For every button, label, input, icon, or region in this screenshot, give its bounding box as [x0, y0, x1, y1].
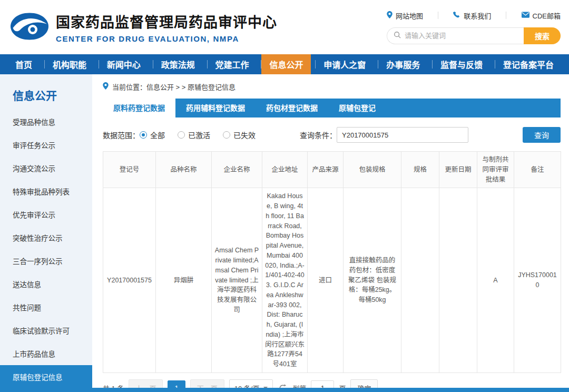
tab-raw-excipient-registration[interactable]: 原辅包登记 [328, 99, 386, 117]
nav-item-policy[interactable]: 政策法规 [153, 54, 203, 74]
goto-label: 到第 [292, 383, 306, 388]
goto-unit: 页 [339, 383, 346, 388]
cell-company-address: Kakad House, B wing, 4th floor, 11 Barra… [262, 188, 308, 373]
query-button[interactable]: 查询 [523, 127, 561, 143]
query-label: 查询条件： [300, 130, 337, 140]
table-header-row: 登记号 品种名称 企业名称 企业地址 产品来源 包装规格 规格 更新日期 与制剂… [103, 152, 561, 188]
sidebar-item-special-approval[interactable]: 特殊审批品种列表 [0, 180, 92, 203]
radio-activated-label: 已激活 [188, 130, 210, 140]
goto-page-input[interactable] [311, 380, 334, 388]
phone-icon [453, 11, 460, 20]
registration-table: 登记号 品种名称 企业名称 企业地址 产品来源 包装规格 规格 更新日期 与制剂… [103, 151, 561, 373]
nav-item-home[interactable]: 首页 [7, 54, 40, 74]
sidebar-title: 信息公开 [0, 87, 92, 110]
footer-strip [0, 388, 569, 392]
col-header-company-name: 企业名称 [212, 152, 262, 188]
sidebar-item-accepted-varieties[interactable]: 受理品种信息 [0, 110, 92, 133]
contact-link-label: 联系我们 [464, 11, 491, 21]
site-title: 国家药品监督管理局药品审评中心 [56, 11, 277, 32]
sidebar-item-marketed-drugs[interactable]: 上市药品信息 [0, 342, 92, 365]
sidebar-item-common-issues[interactable]: 共性问题 [0, 296, 92, 319]
sidebar-item-review-tasks[interactable]: 审评任务公示 [0, 133, 92, 156]
col-header-company-address: 企业地址 [262, 152, 308, 188]
query-condition-input[interactable] [337, 127, 468, 143]
sidebar-item-priority-review[interactable]: 优先审评公示 [0, 203, 92, 226]
search-button[interactable]: 搜索 [524, 27, 561, 44]
nav-item-info-disclosure[interactable]: 信息公开 [261, 54, 311, 74]
site-subtitle: CENTER FOR DRUG EVALUATION, NMPA [56, 34, 277, 43]
col-header-product-name: 品种名称 [156, 152, 212, 188]
radio-all[interactable]: 全部 [140, 130, 165, 140]
location-pin-icon [387, 11, 393, 20]
sidebar-item-delivery-info[interactable]: 送达信息 [0, 272, 92, 296]
divider [506, 12, 506, 19]
search-input[interactable] [405, 32, 517, 40]
cell-product-origin: 进口 [308, 188, 344, 373]
page-size-value: 10 条/页 [234, 383, 260, 388]
nav-item-registration-platform[interactable]: 登记备案平台 [495, 54, 562, 74]
search-icon [394, 31, 401, 41]
cell-registration-number: Y20170001575 [103, 188, 156, 373]
breadcrumb-text: 当前位置：信息公开 > > 原辅包登记信息 [112, 82, 236, 92]
table-row: Y20170001575 异烟肼 Amsal Chem Private limi… [103, 188, 561, 373]
confirm-button[interactable]: 确定 [350, 379, 378, 388]
cell-joint-review-result: A [477, 188, 514, 373]
prev-page-button[interactable]: 上一页 [129, 379, 163, 388]
col-header-spec: 规格 [401, 152, 439, 188]
scope-label: 数据范围： [103, 130, 140, 140]
radio-activated-circle [178, 131, 185, 139]
sidebar-item-communication[interactable]: 沟通交流公示 [0, 156, 92, 180]
sidebar-item-three-in-one[interactable]: 三合一序列公示 [0, 249, 92, 272]
main-nav: 首页 机构职能 新闻中心 政策法规 党建工作 信息公开 申请人之窗 办事服务 监… [0, 54, 569, 74]
search-box[interactable] [387, 27, 524, 44]
page-size-select[interactable]: 10 条/页 [229, 379, 273, 388]
total-count: 共 1 条 [103, 383, 124, 388]
main-content: 当前位置：信息公开 > > 原辅包登记信息 原料药登记数据 药用辅料登记数据 药… [92, 74, 569, 388]
site-search: 搜索 [387, 27, 561, 44]
cell-product-name: 异烟肼 [156, 188, 212, 373]
mail-icon [522, 12, 529, 19]
col-header-remark: 备注 [514, 152, 561, 188]
next-page-button[interactable]: 下一页 [190, 379, 224, 388]
cde-logo-icon [9, 12, 50, 43]
header-right: 网站地图 联系我们 CDE邮箱 [387, 11, 561, 44]
sidebar-item-clinical-trial-license[interactable]: 临床试验默示许可 [0, 319, 92, 342]
body-wrap: 信息公开 受理品种信息 审评任务公示 沟通交流公示 特殊审批品种列表 优先审评公… [0, 74, 569, 388]
sidebar: 信息公开 受理品种信息 审评任务公示 沟通交流公示 特殊审批品种列表 优先审评公… [0, 74, 92, 388]
nav-item-functions[interactable]: 机构职能 [45, 54, 94, 74]
tab-packaging-registration-data[interactable]: 药包材登记数据 [256, 99, 328, 117]
tab-excipient-registration-data[interactable]: 药用辅料登记数据 [175, 99, 256, 117]
title-block: 国家药品监督管理局药品审评中心 CENTER FOR DRUG EVALUATI… [56, 11, 277, 43]
tab-bar: 原料药登记数据 药用辅料登记数据 药包材登记数据 原辅包登记 [103, 99, 561, 117]
chevron-down-icon [263, 387, 268, 388]
cell-company-name: Amsal Chem Private limited;Amsal Chem Pr… [212, 188, 262, 373]
location-pin-icon [103, 82, 109, 91]
nav-item-party[interactable]: 党建工作 [208, 54, 257, 74]
col-header-registration-number: 登记号 [103, 152, 156, 188]
col-header-update-date: 更新日期 [439, 152, 477, 188]
nav-item-news[interactable]: 新闻中心 [99, 54, 149, 74]
cell-packaging-spec: 直接接触药品的药包材：低密度聚乙烯袋 包装规格：每桶25kg。每桶50kg [344, 188, 401, 373]
nav-item-supervision[interactable]: 监督与反馈 [433, 54, 490, 74]
page-number-button[interactable]: 1 [168, 380, 185, 388]
radio-expired-circle [223, 131, 230, 139]
radio-all-circle [140, 131, 147, 139]
radio-expired-label: 已失效 [233, 130, 256, 140]
cde-mail-link[interactable]: CDE邮箱 [522, 11, 561, 21]
sidebar-item-excipient-registration[interactable]: 原辅包登记信息 [0, 365, 92, 388]
sidebar-item-breakthrough-therapy[interactable]: 突破性治疗公示 [0, 226, 92, 249]
radio-expired[interactable]: 已失效 [223, 130, 256, 140]
nav-item-applicant-window[interactable]: 申请人之窗 [316, 54, 374, 74]
nav-item-services[interactable]: 办事服务 [378, 54, 428, 74]
filter-row: 数据范围： 全部 已激活 已失效 查询条件： 查询 [103, 127, 561, 143]
top-links: 网站地图 联系我们 CDE邮箱 [387, 11, 561, 21]
col-header-product-origin: 产品来源 [308, 152, 344, 188]
contact-link[interactable]: 联系我们 [453, 11, 491, 21]
refresh-icon[interactable] [279, 384, 287, 388]
divider [438, 12, 438, 19]
tab-api-registration-data[interactable]: 原料药登记数据 [103, 99, 175, 117]
sitemap-link[interactable]: 网站地图 [387, 11, 423, 21]
cell-remark: JYHS1700010 [514, 188, 561, 373]
col-header-packaging-spec: 包装规格 [344, 152, 401, 188]
radio-activated[interactable]: 已激活 [178, 130, 210, 140]
